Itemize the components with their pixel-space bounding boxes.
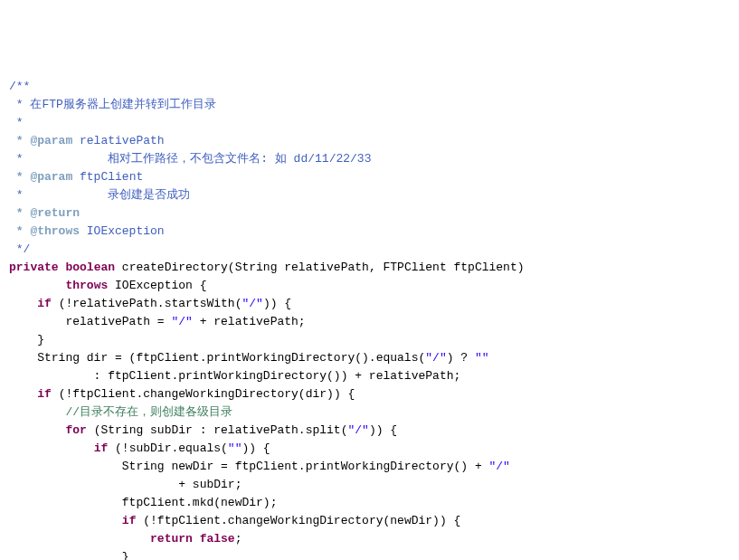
kw-throws: throws [65, 279, 108, 292]
code-text: } [9, 333, 44, 346]
code-block: /** * 在FTP服务器上创建并转到工作目录 * * @param relat… [9, 78, 730, 560]
code-text: } [9, 550, 129, 560]
code-text: IOException { [108, 279, 206, 292]
kw-for: for [65, 423, 86, 437]
javadoc-param: ftpClient [72, 170, 143, 184]
kw-return: return [150, 532, 193, 546]
javadoc-line: * [9, 116, 24, 129]
string-literal: "/" [425, 351, 446, 365]
kw-if: if [122, 514, 137, 527]
javadoc-line: * 录创建是否成功 [9, 188, 190, 202]
javadoc-param: relativePath [72, 134, 164, 147]
code-text: ftpClient.mkd(newDir); [9, 496, 277, 509]
code-text: + relativePath; [193, 315, 306, 328]
javadoc-tag: * @throws [9, 224, 80, 238]
code-text: )) { [242, 441, 270, 455]
code-text: )) { [369, 423, 397, 437]
kw-boolean: boolean [65, 261, 115, 274]
javadoc-tag: * @return [9, 206, 80, 220]
kw-if: if [94, 441, 109, 455]
javadoc-throws: IOException [80, 224, 165, 238]
string-literal: "/" [242, 297, 262, 310]
code-text: relativePath = [9, 315, 171, 328]
kw-false: false [200, 532, 235, 546]
string-literal: "/" [171, 315, 192, 328]
string-literal: "/" [489, 460, 510, 473]
code-text: (!subDir.equals( [108, 441, 228, 455]
comment: //目录不存在，则创建各级目录 [9, 405, 232, 419]
code-text: String newDir = ftpClient.printWorkingDi… [9, 460, 489, 473]
code-text: createDirectory(String relativePath, FTP… [115, 261, 524, 274]
javadoc-close: */ [9, 242, 30, 256]
string-literal: "" [475, 351, 489, 365]
javadoc-tag: * @param [9, 134, 72, 147]
code-text: ) ? [447, 351, 475, 365]
code-text: )) { [263, 297, 291, 310]
code-text: : ftpClient.printWorkingDirectory()) + r… [9, 369, 460, 383]
kw-if: if [37, 387, 52, 401]
code-text: String dir = (ftpClient.printWorkingDire… [9, 351, 425, 365]
string-literal: "/" [347, 423, 368, 437]
javadoc-tag: * @param [9, 170, 72, 184]
code-text [193, 532, 200, 546]
code-text: + subDir; [9, 478, 242, 491]
code-text: (String subDir : relativePath.split( [87, 423, 348, 437]
string-literal: "" [228, 441, 242, 455]
javadoc-line: * 在FTP服务器上创建并转到工作目录 [9, 98, 216, 111]
code-text: (!ftpClient.changeWorkingDirectory(newDi… [136, 514, 460, 527]
code-text: (!relativePath.startsWith( [52, 297, 242, 310]
code-text [9, 532, 150, 546]
javadoc-open: /** [9, 80, 30, 93]
code-text: ; [235, 532, 242, 546]
javadoc-line: * 相对工作路径，不包含文件名: 如 dd/11/22/33 [9, 152, 371, 166]
kw-private: private [9, 261, 59, 274]
code-text: (!ftpClient.changeWorkingDirectory(dir))… [52, 387, 355, 401]
kw-if: if [37, 297, 52, 310]
